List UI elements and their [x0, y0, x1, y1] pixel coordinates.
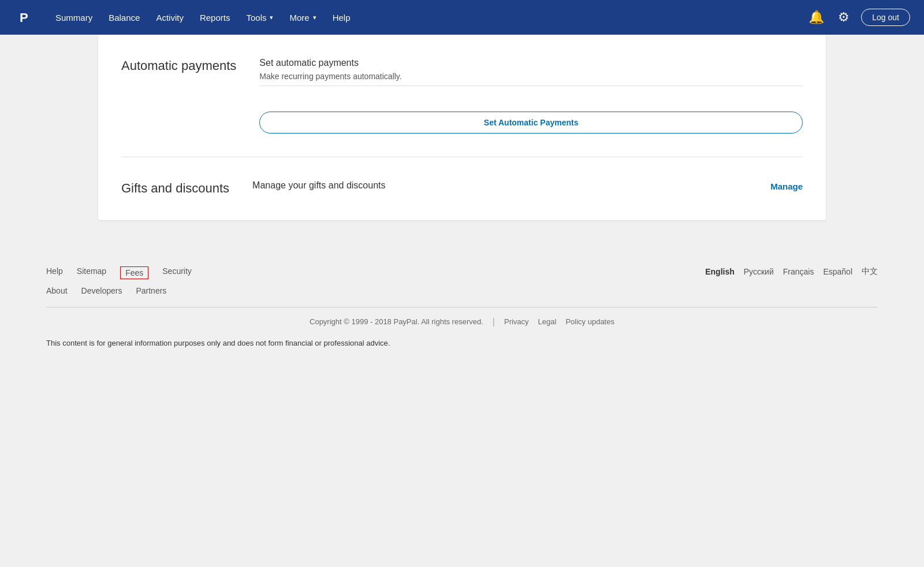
- nav-balance[interactable]: Balance: [102, 8, 147, 27]
- lang-spanish[interactable]: Español: [823, 267, 852, 276]
- nav-more[interactable]: More ▾: [282, 8, 323, 27]
- nav-reports[interactable]: Reports: [193, 8, 237, 27]
- footer-sitemap-link[interactable]: Sitemap: [77, 266, 106, 279]
- copyright-text: Copyright © 1999 - 2018 PayPal. All righ…: [310, 317, 483, 326]
- gifts-discounts-label: Gifts and discounts: [121, 180, 252, 197]
- lang-french[interactable]: Français: [783, 267, 814, 276]
- footer-policy-link[interactable]: Policy updates: [565, 317, 614, 326]
- automatic-payments-label: Automatic payments: [121, 58, 259, 75]
- automatic-payments-content: Set automatic payments Make recurring pa…: [259, 58, 803, 134]
- logout-button[interactable]: Log out: [861, 9, 910, 26]
- footer-disclaimer: This content is for general information …: [46, 332, 878, 347]
- footer-legal-link[interactable]: Legal: [538, 317, 557, 326]
- footer-row-2: About Developers Partners: [46, 286, 192, 295]
- lang-english[interactable]: English: [705, 267, 735, 276]
- automatic-payments-divider: [259, 86, 803, 86]
- gifts-discounts-content: Manage your gifts and discounts: [252, 180, 757, 194]
- automatic-payments-description: Make recurring payments automatically.: [259, 72, 803, 81]
- footer-row-1: Help Sitemap Fees Security: [46, 266, 192, 279]
- main-content: Automatic payments Set automatic payment…: [75, 35, 849, 220]
- paypal-logo[interactable]: P: [14, 6, 37, 29]
- lang-chinese[interactable]: 中文: [862, 266, 878, 277]
- header: P Summary Balance Activity Reports Tools…: [0, 0, 924, 35]
- automatic-payments-section: Automatic payments Set automatic payment…: [121, 35, 803, 157]
- footer-partners-link[interactable]: Partners: [136, 286, 166, 295]
- gifts-discounts-title: Manage your gifts and discounts: [252, 180, 757, 191]
- footer: Help Sitemap Fees Security About Develop…: [0, 243, 924, 359]
- footer-languages: English Русский Français Español 中文: [705, 266, 878, 277]
- footer-fees-link[interactable]: Fees: [120, 266, 148, 279]
- footer-bottom-divider: |: [493, 317, 495, 327]
- nav-tools[interactable]: Tools ▾: [239, 8, 280, 27]
- nav-activity[interactable]: Activity: [149, 8, 191, 27]
- more-chevron-icon: ▾: [313, 14, 316, 21]
- nav-summary[interactable]: Summary: [49, 8, 99, 27]
- automatic-payments-title: Set automatic payments: [259, 58, 803, 68]
- header-actions: 🔔 ⚙ Log out: [806, 8, 910, 27]
- settings-button[interactable]: ⚙: [836, 8, 852, 27]
- nav-help[interactable]: Help: [326, 8, 357, 27]
- lang-russian[interactable]: Русский: [744, 267, 774, 276]
- footer-help-link[interactable]: Help: [46, 266, 63, 279]
- footer-links: Help Sitemap Fees Security About Develop…: [46, 266, 192, 295]
- footer-top: Help Sitemap Fees Security About Develop…: [46, 266, 878, 295]
- gifts-manage-link[interactable]: Manage: [757, 180, 803, 191]
- footer-about-link[interactable]: About: [46, 286, 68, 295]
- footer-bottom: Copyright © 1999 - 2018 PayPal. All righ…: [46, 307, 878, 332]
- tools-chevron-icon: ▾: [270, 14, 273, 21]
- set-automatic-payments-button[interactable]: Set Automatic Payments: [259, 112, 803, 134]
- footer-developers-link[interactable]: Developers: [81, 286, 122, 295]
- bell-icon: 🔔: [808, 10, 824, 25]
- gear-icon: ⚙: [838, 10, 850, 25]
- settings-card: Automatic payments Set automatic payment…: [98, 35, 826, 220]
- svg-text:P: P: [20, 10, 28, 25]
- notifications-button[interactable]: 🔔: [806, 8, 826, 27]
- footer-privacy-link[interactable]: Privacy: [504, 317, 529, 326]
- footer-security-link[interactable]: Security: [162, 266, 192, 279]
- main-nav: Summary Balance Activity Reports Tools ▾…: [49, 8, 806, 27]
- gifts-discounts-section: Gifts and discounts Manage your gifts an…: [121, 157, 803, 220]
